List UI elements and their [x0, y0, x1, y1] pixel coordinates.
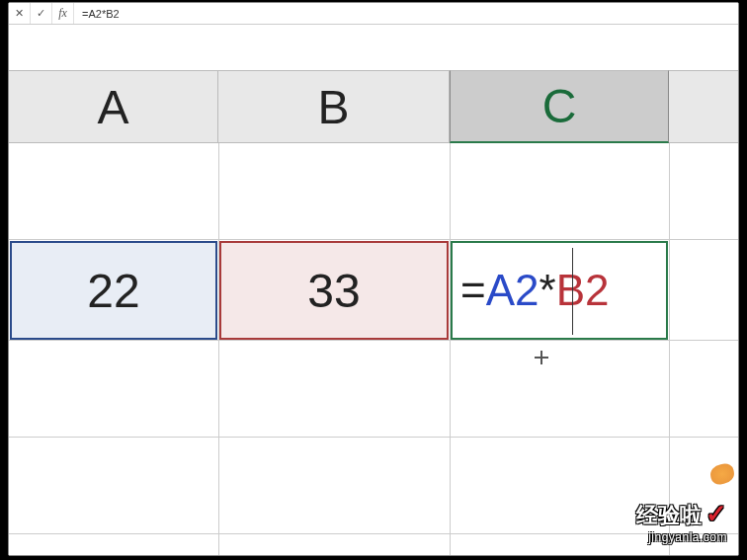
cancel-icon[interactable]: ✕ [9, 3, 31, 24]
watermark-title: 经验啦 [636, 503, 702, 527]
row-4 [9, 438, 738, 534]
formula-ref-b2: B2 [556, 266, 610, 315]
watermark-url: jingyanla.com [636, 530, 727, 544]
cell-a2[interactable]: 22 [10, 241, 217, 340]
fill-handle-cursor-icon [535, 351, 548, 364]
column-header-a[interactable]: A [9, 70, 218, 143]
fx-button[interactable]: fx [52, 3, 74, 24]
column-header-d[interactable] [669, 70, 739, 143]
gridline [450, 143, 451, 555]
text-cursor [572, 248, 573, 335]
row-3 [9, 341, 738, 438]
cell-c2-editing[interactable]: =A2*B2 [451, 241, 668, 340]
confirm-icon[interactable]: ✓ [31, 3, 52, 24]
check-icon: ✓ [706, 499, 727, 528]
watermark: 经验啦✓ jingyanla.com [636, 499, 727, 544]
gridline [669, 143, 670, 555]
formula-input[interactable]: =A2*B2 [74, 8, 738, 20]
column-header-c[interactable]: C [450, 70, 669, 143]
formula-operator: * [540, 266, 556, 315]
column-header-b[interactable]: B [218, 70, 450, 143]
spreadsheet-grid[interactable]: A B C 22 33 =A2*B2 [9, 25, 738, 555]
cell-b2[interactable]: 33 [219, 241, 449, 340]
formula-equals: = [460, 266, 486, 315]
formula-bar: ✕ ✓ fx =A2*B2 [9, 3, 738, 25]
gridline [218, 143, 219, 555]
formula-ref-a2: A2 [486, 266, 540, 315]
row-1 [9, 143, 738, 240]
